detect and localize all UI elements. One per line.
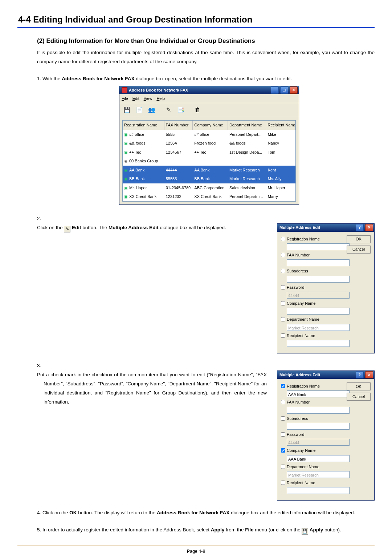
inp-password[interactable]: 44444 — [287, 439, 350, 446]
multi-edit-icon[interactable]: 📑 — [175, 105, 186, 116]
inp-company-name[interactable]: AAA Bank — [287, 455, 350, 462]
multiple-address-edit-dialog-edited: Multiple Address Edit ? × OK Cancel Regi… — [277, 370, 375, 501]
text-bold: Edit — [70, 225, 81, 230]
edit-inline-icon: ✎ — [64, 226, 70, 232]
text: dialogue box open, select the multiple d… — [135, 76, 292, 81]
new-icon[interactable]: 📄 — [134, 105, 145, 116]
chk-password[interactable] — [281, 285, 285, 289]
help-button[interactable]: ? — [356, 371, 364, 378]
chk-subaddress[interactable] — [281, 416, 285, 421]
delete-icon[interactable]: 🗑 — [192, 105, 203, 116]
maximize-button[interactable]: □ — [280, 86, 288, 94]
text: button). — [323, 527, 341, 532]
chk-recipient-name[interactable] — [281, 481, 285, 485]
ok-button[interactable]: OK — [347, 382, 371, 390]
inp-fax-number[interactable] — [287, 407, 350, 414]
col-department-name[interactable]: Department Name — [228, 121, 266, 129]
inp-registration-name[interactable] — [287, 243, 350, 250]
titlebar: Address Book for Network FAX _ □ × — [119, 86, 299, 94]
col-recipient-name[interactable]: Recipient Name — [266, 121, 295, 129]
menu-view[interactable]: View — [144, 95, 152, 102]
inp-recipient-name[interactable] — [287, 487, 350, 494]
table-row[interactable]: ▣AA Bank44444AA BankMarket ResearchKent — [123, 166, 295, 175]
menu-file[interactable]: File — [122, 95, 128, 102]
chk-department-name[interactable] — [281, 465, 285, 469]
inp-subaddress[interactable] — [287, 276, 350, 283]
label-department-name: Department Name — [287, 316, 319, 323]
label-fax-number: FAX Number — [287, 398, 310, 406]
apply-inline-icon: 💾 — [302, 528, 308, 535]
inp-company-name[interactable] — [287, 308, 350, 315]
label-registration-name: Registration Name — [287, 235, 320, 243]
menu-edit[interactable]: Edit — [132, 95, 139, 102]
text-bold: Address Book for Network FAX — [157, 510, 229, 515]
col-company-name[interactable]: Company Name — [193, 121, 228, 129]
sub-title: (2) Editing Information for More than On… — [17, 37, 375, 45]
text: menu (or click on the — [254, 527, 302, 532]
cancel-button[interactable]: Cancel — [347, 246, 371, 254]
chk-subaddress[interactable] — [281, 269, 285, 273]
inp-recipient-name[interactable] — [287, 340, 350, 347]
text: Put a check mark in the checkbox of the … — [37, 372, 267, 405]
inp-subaddress[interactable] — [287, 423, 350, 430]
text: from the — [224, 527, 245, 532]
chk-fax-number[interactable] — [281, 400, 285, 404]
close-button[interactable]: × — [365, 224, 373, 231]
inp-registration-name[interactable]: AAA Bank — [287, 390, 350, 397]
multiple-address-edit-dialog-initial: Multiple Address Edit ? × OK Cancel Regi… — [277, 223, 375, 353]
cancel-button[interactable]: Cancel — [347, 393, 371, 401]
inp-department-name[interactable]: Market Research — [287, 471, 350, 478]
close-button[interactable]: × — [290, 86, 298, 94]
inp-department-name[interactable]: Market Research — [287, 324, 350, 331]
col-registration-name[interactable]: Registration Name — [123, 121, 164, 129]
text: button. The — [81, 225, 109, 230]
table-row[interactable]: ◉00 Banks Group — [123, 157, 295, 166]
table-row[interactable]: ▣Mr. Haper01-2345-6789ABC CorporationSal… — [123, 183, 295, 193]
chk-company-name[interactable] — [281, 448, 285, 453]
window-title: Address Book for Network FAX — [129, 86, 188, 94]
section-title: 4-4 Editing Individual and Group Destina… — [17, 15, 375, 25]
text: dialogue box will be displayed. — [159, 225, 226, 230]
step-5: In order to actually register the edited… — [37, 526, 375, 535]
minimize-button[interactable]: _ — [271, 86, 279, 94]
chk-recipient-name[interactable] — [281, 333, 285, 338]
label-password: Password — [287, 431, 304, 438]
table-row[interactable]: ▣&& foods12564Frozen food&& foodsNancy — [123, 139, 295, 148]
label-registration-name: Registration Name — [287, 382, 320, 390]
text-bold: OK — [69, 510, 77, 515]
help-button[interactable]: ? — [356, 224, 364, 231]
group-icon[interactable]: 👥 — [146, 105, 157, 116]
inp-fax-number[interactable] — [287, 259, 350, 266]
table-row[interactable]: ▣++ Tec1234567++ Tec1st Design Depa...To… — [123, 148, 295, 157]
title-rule — [17, 27, 375, 28]
text: dialogue box and the edited information … — [229, 510, 355, 515]
menu-bar: File Edit View Help — [119, 94, 299, 103]
chk-company-name[interactable] — [281, 301, 285, 305]
text: button. The display will return to the — [77, 510, 157, 515]
edit-icon[interactable]: ✎ — [163, 105, 174, 116]
table-row[interactable]: ▣BB Bank55555BB BankMarket ResearchMs. A… — [123, 174, 295, 183]
text-bold: Address Book for Network FAX — [62, 76, 134, 81]
label-department-name: Department Name — [287, 463, 319, 470]
chk-registration-name[interactable] — [281, 237, 285, 241]
close-button[interactable]: × — [365, 371, 373, 378]
step-2: Click on the ✎ Edit button. The Multiple… — [37, 214, 375, 353]
table-row[interactable]: ▣## office5555## officePersonel Depart..… — [123, 130, 295, 139]
menu-help[interactable]: Help — [156, 95, 165, 102]
chk-department-name[interactable] — [281, 317, 285, 321]
chk-password[interactable] — [281, 432, 285, 437]
text: Click on the — [42, 510, 69, 515]
chk-registration-name[interactable] — [281, 384, 285, 388]
text-bold: Apply — [211, 527, 225, 532]
inp-password[interactable]: 44444 — [287, 292, 350, 299]
chk-fax-number[interactable] — [281, 253, 285, 257]
text: Click on the — [37, 225, 64, 230]
save-icon[interactable]: 💾 — [122, 105, 132, 116]
ok-button[interactable]: OK — [347, 235, 371, 243]
label-company-name: Company Name — [287, 447, 315, 454]
table-row[interactable]: ▣XX Credit Bank1231232XX Credit BankPero… — [123, 192, 295, 201]
text-bold: Multiple Address Edit — [109, 225, 159, 230]
text: With the — [42, 76, 62, 81]
destination-list: Registration Name FAX Number Company Nam… — [122, 120, 296, 201]
col-fax-number[interactable]: FAX Number — [164, 121, 193, 129]
